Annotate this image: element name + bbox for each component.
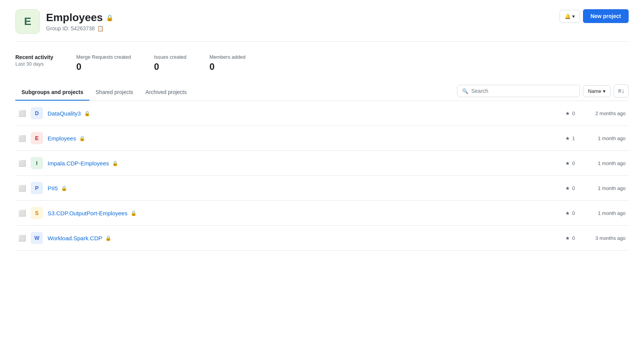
members-added-stat: Members added 0 — [210, 54, 246, 72]
sort-order-icon: ≡↓ — [618, 88, 624, 94]
list-item: ⬜ P PII5 🔒 ★ 0 1 month ago — [15, 176, 629, 201]
list-item: ⬜ E Employees 🔒 ★ 1 1 month ago — [15, 126, 629, 151]
lock-icon: 🔒 — [61, 185, 67, 191]
project-stars: ★ 0 — [552, 210, 575, 216]
sort-label: Name — [588, 88, 601, 94]
project-info: S3.CDP.OutputPort-Employees 🔒 — [48, 210, 547, 216]
lock-icon: 🔒 — [79, 135, 85, 141]
project-icon: ⬜ — [18, 135, 26, 142]
star-count: 0 — [572, 235, 575, 241]
project-time: 1 month ago — [580, 160, 626, 166]
project-stars: ★ 1 — [552, 135, 575, 141]
project-name[interactable]: PII5 — [48, 185, 58, 192]
header-left: E Employees 🔒 Group ID: 54263738 📋 — [15, 9, 114, 34]
lock-icon: 🔒 — [130, 210, 137, 216]
star-count: 0 — [572, 160, 575, 166]
project-stars: ★ 0 — [552, 185, 575, 191]
header-info: Employees 🔒 Group ID: 54263738 📋 — [46, 12, 114, 31]
members-added-label: Members added — [210, 54, 246, 60]
members-added-value: 0 — [210, 61, 246, 72]
merge-requests-value: 0 — [76, 61, 131, 72]
tabs: Subgroups and projects Shared projects A… — [15, 84, 193, 101]
avatar: E — [31, 132, 43, 144]
project-info: Impala.CDP-Employees 🔒 — [48, 160, 547, 167]
lock-icon: 🔒 — [105, 235, 111, 241]
notifications-button[interactable]: 🔔 ▾ — [560, 10, 580, 23]
star-count: 0 — [572, 111, 575, 116]
star-icon: ★ — [565, 210, 570, 216]
project-stars: ★ 0 — [552, 235, 575, 241]
page-header: E Employees 🔒 Group ID: 54263738 📋 🔔 ▾ N… — [15, 9, 629, 42]
star-count: 0 — [572, 210, 575, 216]
sort-chevron-icon: ▾ — [603, 88, 606, 94]
project-time: 3 months ago — [580, 235, 626, 241]
bell-icon: 🔔 — [565, 13, 571, 19]
group-avatar: E — [15, 9, 40, 34]
activity-section: Recent activity Last 30 days Merge Reque… — [15, 54, 629, 72]
search-icon: 🔍 — [462, 88, 468, 94]
sort-order-button[interactable]: ≡↓ — [614, 84, 629, 97]
avatar: S — [31, 207, 43, 219]
project-time: 2 months ago — [580, 111, 626, 116]
bell-chevron: ▾ — [572, 13, 575, 19]
sort-name-button[interactable]: Name ▾ — [583, 85, 611, 97]
list-item: ⬜ D DataQuality3 🔒 ★ 0 2 months ago — [15, 101, 629, 126]
issues-created-value: 0 — [154, 61, 187, 72]
star-count: 1 — [572, 135, 575, 141]
project-name[interactable]: Workload.Spark.CDP — [48, 235, 102, 241]
avatar: P — [31, 182, 43, 194]
project-icon: ⬜ — [18, 234, 26, 242]
list-item: ⬜ S S3.CDP.OutputPort-Employees 🔒 ★ 0 1 … — [15, 201, 629, 226]
project-info: Workload.Spark.CDP 🔒 — [48, 235, 547, 241]
header-actions: 🔔 ▾ New project — [560, 9, 629, 23]
tabs-section: Subgroups and projects Shared projects A… — [15, 84, 629, 101]
avatar: W — [31, 232, 43, 244]
lock-icon: 🔒 — [112, 160, 118, 166]
group-id: Group ID: 54263738 📋 — [46, 25, 114, 31]
avatar: I — [31, 157, 43, 169]
star-icon: ★ — [565, 111, 570, 116]
project-icon: ⬜ — [18, 185, 26, 192]
merge-requests-stat: Merge Requests created 0 — [76, 54, 131, 72]
project-info: Employees 🔒 — [48, 135, 547, 142]
avatar: D — [31, 107, 43, 119]
project-name[interactable]: Employees — [48, 135, 76, 142]
activity-label: Recent activity Last 30 days — [15, 54, 53, 67]
project-name[interactable]: S3.CDP.OutputPort-Employees — [48, 210, 127, 216]
project-icon: ⬜ — [18, 110, 26, 117]
project-stars: ★ 0 — [552, 111, 575, 116]
list-item: ⬜ W Workload.Spark.CDP 🔒 ★ 0 3 months ag… — [15, 226, 629, 251]
group-title: Employees 🔒 — [46, 12, 114, 24]
activity-title: Recent activity — [15, 54, 53, 60]
tab-archived-projects[interactable]: Archived projects — [139, 84, 193, 101]
issues-created-stat: Issues created 0 — [154, 54, 187, 72]
star-icon: ★ — [565, 235, 570, 241]
copy-icon[interactable]: 📋 — [97, 25, 104, 31]
star-icon: ★ — [565, 160, 570, 166]
list-item: ⬜ I Impala.CDP-Employees 🔒 ★ 0 1 month a… — [15, 151, 629, 176]
project-name[interactable]: Impala.CDP-Employees — [48, 160, 109, 167]
project-info: DataQuality3 🔒 — [48, 110, 547, 117]
project-icon: ⬜ — [18, 210, 26, 217]
project-time: 1 month ago — [580, 210, 626, 216]
new-project-button[interactable]: New project — [583, 9, 629, 23]
issues-created-label: Issues created — [154, 54, 187, 60]
project-name[interactable]: DataQuality3 — [48, 110, 81, 117]
star-icon: ★ — [565, 135, 570, 141]
group-id-label: Group ID: 54263738 — [46, 25, 95, 31]
search-input[interactable] — [471, 88, 575, 94]
project-stars: ★ 0 — [552, 160, 575, 166]
tab-subgroups-projects[interactable]: Subgroups and projects — [15, 84, 89, 101]
project-info: PII5 🔒 — [48, 185, 547, 192]
project-time: 1 month ago — [580, 135, 626, 141]
star-icon: ★ — [565, 185, 570, 191]
search-box[interactable]: 🔍 — [457, 85, 580, 97]
merge-requests-label: Merge Requests created — [76, 54, 131, 60]
group-name: Employees — [46, 12, 103, 24]
tab-shared-projects[interactable]: Shared projects — [89, 84, 139, 101]
activity-subtitle: Last 30 days — [15, 61, 53, 67]
lock-icon: 🔒 — [84, 111, 90, 116]
projects-list: ⬜ D DataQuality3 🔒 ★ 0 2 months ago ⬜ E … — [15, 101, 629, 251]
project-time: 1 month ago — [580, 185, 626, 191]
project-icon: ⬜ — [18, 160, 26, 167]
